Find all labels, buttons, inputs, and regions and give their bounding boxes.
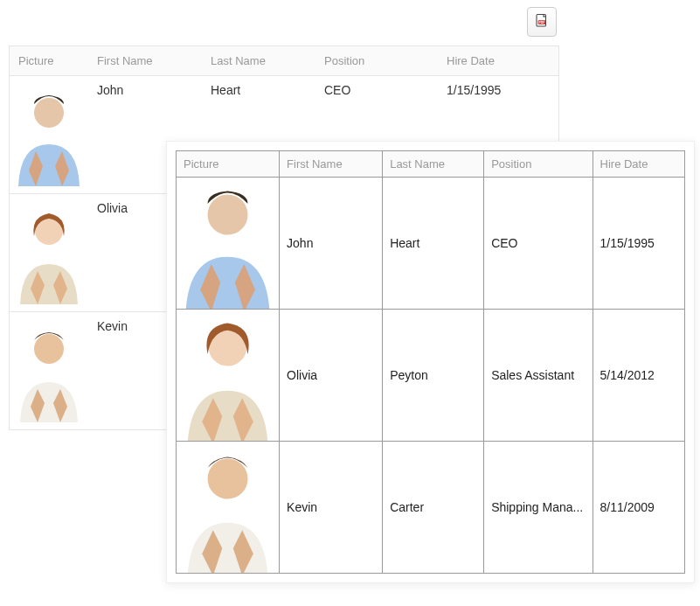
avatar xyxy=(18,201,80,304)
cell-last-name: Peyton xyxy=(383,310,484,442)
cell-first-name: John xyxy=(280,178,383,310)
cell-hire-date: 5/14/2012 xyxy=(593,310,684,442)
cell-hire-date: 8/11/2009 xyxy=(593,442,684,574)
col-header-last-name[interactable]: Last Name xyxy=(202,54,315,67)
table-row: John Heart CEO 1/15/1995 xyxy=(177,178,685,310)
col-header-first-name: First Name xyxy=(280,151,383,178)
svg-point-14 xyxy=(208,459,248,499)
svg-point-8 xyxy=(34,334,64,364)
preview-table: Picture First Name Last Name Position Hi… xyxy=(176,150,685,574)
cell-position: CEO xyxy=(315,76,438,104)
cell-last-name: Heart xyxy=(202,76,315,104)
cell-position: CEO xyxy=(484,178,593,310)
cell-first-name: Kevin xyxy=(280,442,383,574)
pdf-icon: PDF xyxy=(534,13,550,31)
col-header-hire-date: Hire Date xyxy=(593,151,684,178)
col-header-first-name[interactable]: First Name xyxy=(88,54,202,67)
avatar xyxy=(18,319,80,422)
col-header-picture: Picture xyxy=(177,151,280,178)
avatar xyxy=(18,83,80,186)
cell-first-name: Olivia xyxy=(280,310,383,442)
svg-text:PDF: PDF xyxy=(539,20,545,24)
table-row: Kevin Carter Shipping Mana... 8/11/2009 xyxy=(177,442,685,574)
col-header-position: Position xyxy=(484,151,593,178)
col-header-hire-date[interactable]: Hire Date xyxy=(438,54,551,67)
cell-first-name: John xyxy=(88,76,202,104)
avatar xyxy=(177,442,279,573)
col-header-picture[interactable]: Picture xyxy=(10,54,88,67)
cell-last-name: Carter xyxy=(383,442,484,574)
cell-position: Sales Assistant xyxy=(484,310,593,442)
export-pdf-button[interactable]: PDF xyxy=(527,7,557,37)
cell-hire-date: 1/15/1995 xyxy=(438,76,551,104)
cell-last-name: Heart xyxy=(383,178,484,310)
avatar xyxy=(177,178,279,309)
grid-header-row: Picture First Name Last Name Position Hi… xyxy=(10,46,558,76)
avatar xyxy=(177,310,279,441)
table-row: Olivia Peyton Sales Assistant 5/14/2012 xyxy=(177,310,685,442)
cell-position: Shipping Mana... xyxy=(484,442,593,574)
preview-header-row: Picture First Name Last Name Position Hi… xyxy=(177,151,685,178)
cell-hire-date: 1/15/1995 xyxy=(593,178,684,310)
exported-preview-grid: Picture First Name Last Name Position Hi… xyxy=(166,141,695,583)
svg-point-4 xyxy=(34,98,64,128)
col-header-position[interactable]: Position xyxy=(315,54,438,67)
svg-point-10 xyxy=(208,195,248,235)
col-header-last-name: Last Name xyxy=(383,151,484,178)
